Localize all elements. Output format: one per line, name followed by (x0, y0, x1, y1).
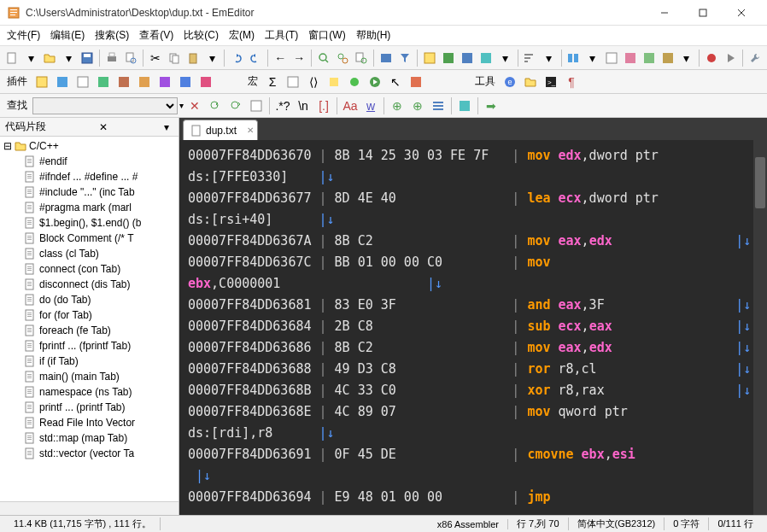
macro-sigma-icon[interactable]: Σ (263, 73, 282, 91)
dropdown-icon[interactable]: ▾ (678, 49, 695, 67)
status-lang[interactable]: x86 Assembler (429, 519, 508, 529)
snippet-item[interactable]: #endif (0, 154, 179, 169)
snippet-item[interactable]: #ifndef ... #define ... # (0, 169, 179, 184)
csv-mode-icon[interactable] (421, 49, 438, 67)
wrap-search-icon[interactable]: ⊕ (408, 96, 427, 115)
search-x-icon[interactable]: ✕ (185, 96, 204, 115)
snippet-item[interactable]: foreach (fe Tab) (0, 323, 179, 338)
dropdown-icon[interactable]: ▾ (540, 49, 557, 67)
regex-icon[interactable]: .*? (273, 96, 292, 115)
wrench-icon[interactable] (747, 49, 764, 67)
cell-mode-icon[interactable] (440, 49, 457, 67)
status-position[interactable]: 行 7,列 70 (508, 517, 569, 530)
record-macro-icon[interactable] (703, 49, 720, 67)
close-button[interactable] (722, 0, 760, 26)
snippet-item[interactable]: $1.begin(), $1.end() (b (0, 215, 179, 231)
play-macro-icon[interactable] (722, 49, 739, 67)
macro-icon[interactable] (407, 73, 425, 91)
search-prev-icon[interactable] (206, 96, 225, 115)
vertical-scrollbar[interactable] (753, 140, 767, 515)
sidebar-dropdown-icon[interactable]: ▾ (160, 120, 173, 134)
find-in-files-icon[interactable] (353, 49, 370, 67)
maximize-button[interactable] (683, 0, 722, 26)
snippet-item[interactable]: #include "..." (inc Tab (0, 184, 179, 200)
snippet-item[interactable]: do (do Tab) (0, 292, 179, 307)
macro-icon[interactable] (284, 73, 302, 91)
menu-help[interactable]: 帮助(H) (356, 28, 391, 43)
snippet-item[interactable]: std::map (map Tab) (0, 430, 179, 446)
menu-search[interactable]: 搜索(S) (95, 28, 129, 43)
redo-icon[interactable] (247, 49, 264, 67)
heading-icon[interactable] (477, 49, 495, 67)
snippet-item[interactable]: printf ... (printf Tab) (0, 400, 179, 415)
dropdown-icon[interactable]: ▾ (60, 49, 77, 67)
dropdown-icon[interactable]: ▾ (583, 49, 600, 67)
file-tab[interactable]: dup.txt ✕ (183, 120, 258, 140)
dropdown-icon[interactable]: ▾ (203, 49, 220, 67)
tool-icon[interactable]: ¶ (562, 73, 581, 91)
plugin-icon[interactable] (32, 73, 51, 91)
spell-icon[interactable] (622, 49, 639, 67)
menu-view[interactable]: 查看(V) (139, 28, 173, 43)
macro-cursor-icon[interactable]: ↖ (386, 73, 405, 91)
snippet-item[interactable]: #pragma mark (marl (0, 200, 179, 215)
browser-icon[interactable]: e (501, 73, 519, 91)
bookmark-icon[interactable] (603, 49, 620, 67)
menu-macro[interactable]: 宏(M) (229, 28, 255, 43)
open-file-icon[interactable] (41, 49, 58, 67)
snippet-item[interactable]: class (cl Tab) (0, 246, 179, 261)
macro-icon[interactable] (325, 73, 343, 91)
print-icon[interactable] (103, 49, 120, 67)
plugin-icon[interactable] (135, 73, 154, 91)
search-input[interactable] (32, 97, 178, 114)
macro-icon[interactable] (345, 73, 364, 91)
collapse-icon[interactable]: ⊟ (3, 140, 12, 152)
undo-icon[interactable] (228, 49, 245, 67)
location-back-icon[interactable]: ← (272, 49, 289, 67)
escape-icon[interactable]: \n (294, 96, 313, 115)
plugin-icon[interactable] (196, 73, 215, 91)
tree-folder[interactable]: ⊟ C/C++ (0, 138, 179, 154)
snippet-item[interactable]: for (for Tab) (0, 307, 179, 323)
replace-icon[interactable] (334, 49, 351, 67)
sidebar-close-icon[interactable]: ✕ (97, 120, 110, 134)
list-icon[interactable] (429, 96, 448, 115)
plugin-icon[interactable] (94, 73, 113, 91)
menu-window[interactable]: 窗口(W) (308, 28, 345, 43)
cut-icon[interactable]: ✂ (147, 49, 164, 67)
menu-file[interactable]: 文件(F) (7, 28, 40, 43)
macro-go-icon[interactable] (366, 73, 384, 91)
editor[interactable]: 00007FF84DD63670 | 8B 14 25 30 03 FE 7F … (179, 140, 767, 515)
search-next-icon[interactable] (226, 96, 245, 115)
explorer-icon[interactable] (521, 73, 540, 91)
plugin-icon[interactable] (73, 73, 92, 91)
search-all-icon[interactable] (247, 96, 266, 115)
print-preview-icon[interactable] (122, 49, 139, 67)
go-icon[interactable]: ➡ (482, 96, 501, 115)
snippet-item[interactable]: Block Comment (/* T (0, 231, 179, 246)
wrap-icon[interactable] (378, 49, 395, 67)
cmd-icon[interactable]: >_ (542, 73, 560, 91)
menu-compare[interactable]: 比较(C) (184, 28, 219, 43)
copy-icon[interactable] (166, 49, 183, 67)
highlight-icon[interactable] (455, 96, 474, 115)
save-icon[interactable] (79, 49, 96, 67)
filter-icon[interactable] (396, 49, 413, 67)
macro-arrow-icon[interactable]: ⟨⟩ (304, 73, 323, 91)
new-file-icon[interactable] (3, 49, 20, 67)
snippet-item[interactable]: disconnect (dis Tab) (0, 277, 179, 292)
dropdown-icon[interactable]: ▾ (179, 101, 184, 110)
location-forward-icon[interactable]: → (290, 49, 307, 67)
menu-tools[interactable]: 工具(T) (265, 28, 298, 43)
minimize-button[interactable] (645, 0, 683, 26)
snippet-item[interactable]: fprintf ... (fprintf Tab) (0, 338, 179, 354)
plugin-icon[interactable] (155, 73, 174, 91)
snippet-item[interactable]: Read File Into Vector (0, 415, 179, 430)
scroll-thumb[interactable] (755, 157, 765, 208)
increment-icon[interactable]: ⊕ (388, 96, 407, 115)
compare-icon[interactable] (565, 49, 582, 67)
outline-icon[interactable] (641, 49, 658, 67)
normal-mode-icon[interactable] (459, 49, 476, 67)
status-encoding[interactable]: 简体中文(GB2312) (569, 517, 665, 530)
plugin-icon[interactable] (114, 73, 133, 91)
